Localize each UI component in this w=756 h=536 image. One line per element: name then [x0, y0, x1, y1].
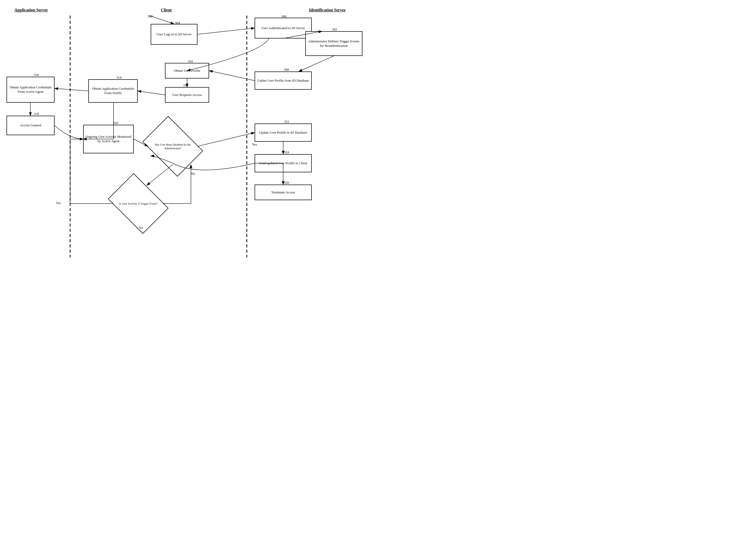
step-308-num: 308: [284, 68, 289, 72]
label-yes2: Yes: [56, 201, 61, 205]
box-terminate-access: Terminate Access: [255, 184, 312, 200]
box-admin-defines: Administrator Defines Trigger Events for…: [305, 31, 362, 56]
svg-line-4: [149, 16, 174, 24]
box-obtain-user-profile: Obtain User Profile: [165, 63, 209, 79]
box-send-updated-profile: Send updated User Profile to Client: [255, 154, 312, 172]
svg-line-14: [198, 133, 255, 146]
step-316-num: 316: [34, 73, 39, 77]
label-no2: No: [139, 226, 143, 230]
section-client: Client: [151, 8, 182, 13]
svg-line-5: [198, 28, 255, 34]
box-gather-user-profile: Gather User Profile from ID Database: [255, 72, 312, 90]
box-user-logs-in: User Logs In to ID Server: [151, 24, 198, 45]
step-320-num: 320: [113, 121, 118, 125]
diamond-is-trigger-event: Is User Activity A Trigger Event?: [113, 185, 163, 222]
box-ongoing-activity: Ongoing User Activity Monitored by Activ…: [83, 125, 134, 153]
box-obtain-creds-agent: Obtain Application Credentials From Acti…: [7, 77, 54, 103]
svg-line-10: [138, 91, 165, 95]
box-user-requests-access: User Requests Access: [165, 87, 209, 103]
svg-line-7: [299, 56, 334, 72]
label-yes1: Yes: [252, 143, 257, 147]
box-access-granted: Access Granted: [7, 116, 54, 135]
svg-line-8: [209, 71, 255, 81]
step-328-num: 328: [284, 181, 289, 185]
step-322-num: 322: [284, 119, 289, 124]
step-312-num: 312: [183, 83, 188, 87]
step-300: 300: [147, 14, 153, 18]
box-obtain-creds-profile: Obtain Application Credentials From Prof…: [88, 79, 138, 103]
section-app-server: Application Server: [8, 8, 54, 13]
diagram: Application Server Client Identification…: [0, 0, 378, 268]
svg-line-11: [54, 88, 88, 91]
box-update-user-profile: Update User Profile in ID Database: [255, 123, 312, 142]
step-314-num: 314: [116, 75, 122, 80]
section-id-server: Identification Server: [294, 8, 361, 13]
step-302-num: 302: [332, 27, 337, 31]
diamond-has-user-disabled: Has User Been Disabled by the Administra…: [148, 128, 198, 165]
step-318-num: 318: [34, 112, 39, 116]
step-324-num: 324: [284, 150, 289, 154]
label-no1: No: [191, 172, 195, 176]
box-user-authenticated: User Authenticated to ID Server: [255, 18, 312, 39]
